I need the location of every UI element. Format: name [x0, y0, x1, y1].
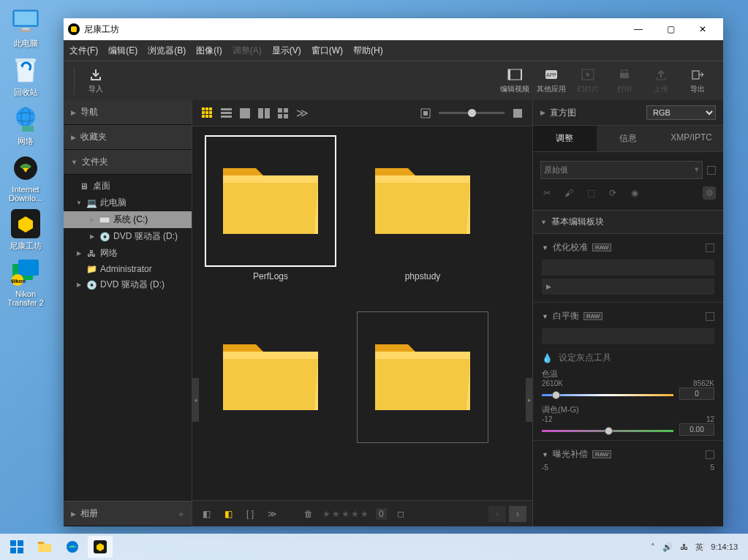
tint-value[interactable]: 0.00 [679, 423, 714, 436]
tool-other-apps[interactable]: APP 其他应用 [533, 67, 570, 94]
trash-icon [10, 55, 41, 86]
minimize-button[interactable]: — [622, 18, 654, 40]
histogram-header[interactable]: ▶ 直方图 RGB [533, 100, 723, 126]
zoom-out-icon[interactable] [417, 105, 434, 122]
desktop-icon-this-pc[interactable]: 此电脑 [0, 6, 51, 49]
label-icon[interactable]: ◻ [393, 506, 409, 522]
menu-edit[interactable]: 编辑(E) [108, 45, 137, 57]
wb-head[interactable]: ▼白平衡RAW [542, 307, 714, 325]
task-explorer[interactable] [32, 536, 57, 558]
desktop-icon-nikon-transfer[interactable]: Nikon Nikon Transfer 2 [0, 257, 51, 307]
tint-slider[interactable] [542, 430, 673, 433]
exposure-head[interactable]: ▼曝光补偿RAW [542, 445, 714, 463]
view-list[interactable] [217, 105, 235, 122]
ime-indicator[interactable]: 英 [695, 542, 703, 553]
tool-label: 打印 [617, 84, 632, 94]
checkbox[interactable] [706, 243, 714, 252]
svg-rect-41 [265, 108, 270, 118]
preset-select[interactable]: 原始值▾ [540, 161, 703, 179]
view-compare2[interactable] [255, 105, 273, 122]
eyedropper-icon[interactable]: 💧 [542, 353, 553, 363]
folder-thumb[interactable]: phpstudy [353, 135, 492, 300]
mode-select[interactable]: RGB [646, 105, 716, 120]
menu-browser[interactable]: 浏览器(B) [148, 45, 186, 57]
folder-thumb[interactable] [353, 311, 492, 476]
left-handle[interactable]: ◂ [192, 378, 199, 422]
section-basic[interactable]: ▼基本编辑板块 [533, 210, 723, 234]
menu-file[interactable]: 文件(F) [69, 45, 98, 57]
zoom-in-icon[interactable] [509, 105, 526, 122]
view-grid[interactable] [198, 105, 216, 122]
task-edge[interactable] [60, 536, 85, 558]
tool-edit-video[interactable]: 编辑视频 [496, 67, 533, 94]
crop-icon[interactable]: ✂ [540, 186, 554, 200]
close-button[interactable]: ✕ [687, 18, 719, 40]
add-album-icon[interactable]: + [178, 508, 184, 520]
desktop-icon-idm[interactable]: Internet Downlo... [0, 153, 51, 203]
maximize-button[interactable]: ▢ [654, 18, 687, 40]
view-single[interactable] [236, 105, 254, 122]
more-icon[interactable]: ≫ [264, 506, 280, 522]
menu-view[interactable]: 显示(V) [272, 45, 301, 57]
menu-help[interactable]: 帮助(H) [353, 45, 383, 57]
tag-icon-active[interactable]: ◧ [220, 506, 236, 522]
checkbox[interactable] [706, 450, 714, 459]
desktop-icon-recycle-bin[interactable]: 回收站 [0, 55, 51, 98]
view-compare4[interactable] [274, 105, 292, 122]
checkbox[interactable] [706, 312, 714, 321]
tab-info[interactable]: 信息 [597, 126, 660, 151]
task-nikon-studio[interactable] [88, 536, 113, 558]
tray-chevron-icon[interactable]: ˄ [651, 542, 655, 552]
system-tray: ˄ 🔊 🖧 英 9:14:13 [651, 542, 744, 553]
clock[interactable]: 9:14:13 [711, 542, 738, 551]
right-handle[interactable]: ▸ [526, 378, 533, 422]
panel-fav[interactable]: ▶收藏夹 [64, 125, 192, 150]
folder-thumb[interactable] [201, 311, 340, 476]
tool-export[interactable]: 导出 [679, 67, 716, 94]
preset-checkbox[interactable] [707, 166, 716, 175]
opt-expand[interactable]: ▶ [542, 279, 714, 295]
opt-select[interactable] [542, 260, 714, 276]
view-more[interactable]: ≫ [293, 105, 311, 122]
temp-slider[interactable] [542, 394, 673, 397]
tree-dvd2[interactable]: ▶💿DVD 驱动器 (D:) [64, 276, 192, 293]
zoom-slider[interactable] [439, 112, 505, 114]
tab-adjust[interactable]: 调整 [533, 126, 597, 151]
compare-icon[interactable]: [ ] [242, 506, 258, 522]
svg-rect-17 [508, 69, 510, 80]
tag-icon[interactable]: ◧ [198, 506, 214, 522]
panel-nav[interactable]: ▶导航 [64, 100, 192, 125]
nikon-transfer-icon: Nikon [10, 257, 41, 288]
tree-admin[interactable]: 📁Administrator [64, 262, 192, 276]
redeye-icon[interactable]: ◉ [628, 186, 641, 200]
tree-network[interactable]: ▶🖧网络 [64, 245, 192, 262]
start-button[interactable] [4, 536, 29, 558]
opt-calib-head[interactable]: ▼优化校准RAW [542, 238, 714, 257]
tree-drive-c[interactable]: ▶系统 (C:) [64, 211, 192, 228]
folder-thumb[interactable]: PerfLogs [201, 135, 340, 300]
volume-icon[interactable]: 🔊 [662, 542, 673, 552]
next-button[interactable]: › [509, 506, 526, 522]
straighten-icon[interactable]: ⬚ [584, 186, 597, 200]
tree-dvd[interactable]: ▶💿DVD 驱动器 (D:) [64, 228, 192, 245]
brush-icon[interactable]: 🖌 [562, 186, 575, 200]
tree-this-pc[interactable]: ▼💻此电脑 [64, 194, 192, 211]
tree-desktop[interactable]: 🖥桌面 [64, 178, 192, 194]
wb-select[interactable] [542, 328, 714, 344]
tool-label: 其他应用 [537, 84, 566, 94]
menu-image[interactable]: 图像(I) [196, 45, 222, 57]
panel-album[interactable]: ▶相册+ [64, 502, 192, 526]
rating-stars[interactable]: ★★★★★ [322, 509, 370, 519]
menu-window[interactable]: 窗口(W) [311, 45, 343, 57]
rotate-icon[interactable]: ⟳ [606, 186, 619, 200]
panel-folders[interactable]: ▼文件夹 [64, 150, 192, 175]
temp-value[interactable]: 0 [679, 387, 714, 400]
delete-icon[interactable]: 🗑 [301, 506, 317, 522]
tab-xmp[interactable]: XMP/IPTC [660, 126, 723, 151]
desktop-icon-nikon-studio[interactable]: 尼康工坊 [0, 208, 51, 251]
titlebar[interactable]: 尼康工坊 — ▢ ✕ [64, 18, 723, 40]
gear-icon[interactable]: ⚙ [703, 186, 716, 200]
desktop-icon-network[interactable]: 网络 [0, 104, 51, 147]
network-tray-icon[interactable]: 🖧 [680, 542, 688, 551]
tool-import[interactable]: 导入 [78, 67, 114, 94]
